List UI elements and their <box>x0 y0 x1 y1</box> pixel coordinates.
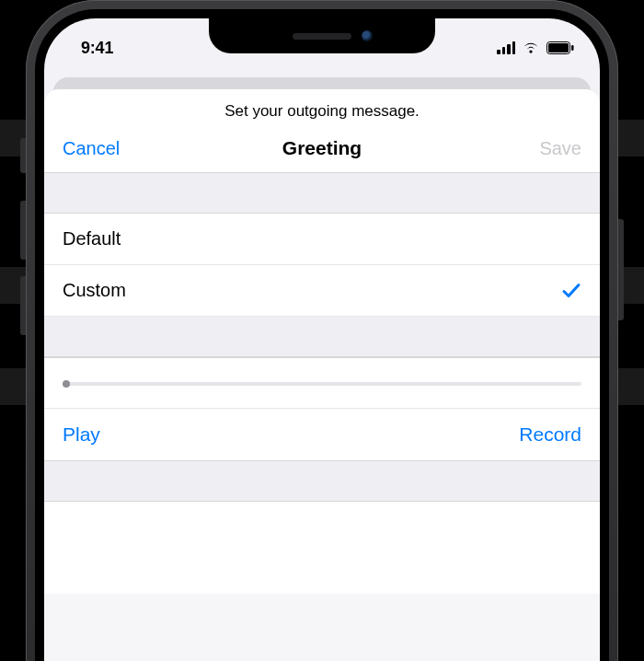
greeting-sheet: Set your outgoing message. Cancel Greeti… <box>44 89 600 661</box>
option-label: Default <box>63 228 121 249</box>
sheet-caption: Set your outgoing message. <box>44 89 600 130</box>
option-row-custom[interactable]: Custom <box>44 265 600 317</box>
status-time: 9:41 <box>68 29 113 58</box>
screen: 9:41 Set your outgoing message. <box>44 18 600 661</box>
earpiece <box>293 33 351 40</box>
checkmark-icon <box>561 281 581 301</box>
power-button <box>618 219 624 320</box>
phone-frame: 9:41 Set your outgoing message. <box>26 0 618 661</box>
action-row: Play Record <box>44 409 600 461</box>
front-camera <box>362 30 373 41</box>
group-gap <box>44 173 600 214</box>
svg-rect-1 <box>548 43 569 52</box>
play-button[interactable]: Play <box>63 423 100 446</box>
progress-track <box>63 382 581 386</box>
option-label: Custom <box>63 280 126 301</box>
playback-progress[interactable] <box>44 357 600 409</box>
group-gap <box>44 461 600 502</box>
progress-thumb[interactable] <box>63 380 70 388</box>
nav-bar: Cancel Greeting Save <box>44 130 600 173</box>
option-row-default[interactable]: Default <box>44 214 600 265</box>
wifi-icon <box>522 41 540 54</box>
save-button[interactable]: Save <box>499 138 581 159</box>
phone-bezel: 9:41 Set your outgoing message. <box>35 9 609 661</box>
battery-icon <box>546 41 574 54</box>
group-gap <box>44 317 600 357</box>
blank-section <box>44 502 600 594</box>
record-button[interactable]: Record <box>519 423 581 446</box>
notch <box>209 18 435 53</box>
cancel-button[interactable]: Cancel <box>63 138 145 159</box>
cellular-signal-icon <box>497 41 515 54</box>
status-indicators <box>497 32 580 54</box>
nav-title: Greeting <box>282 137 362 159</box>
svg-rect-2 <box>571 45 574 51</box>
